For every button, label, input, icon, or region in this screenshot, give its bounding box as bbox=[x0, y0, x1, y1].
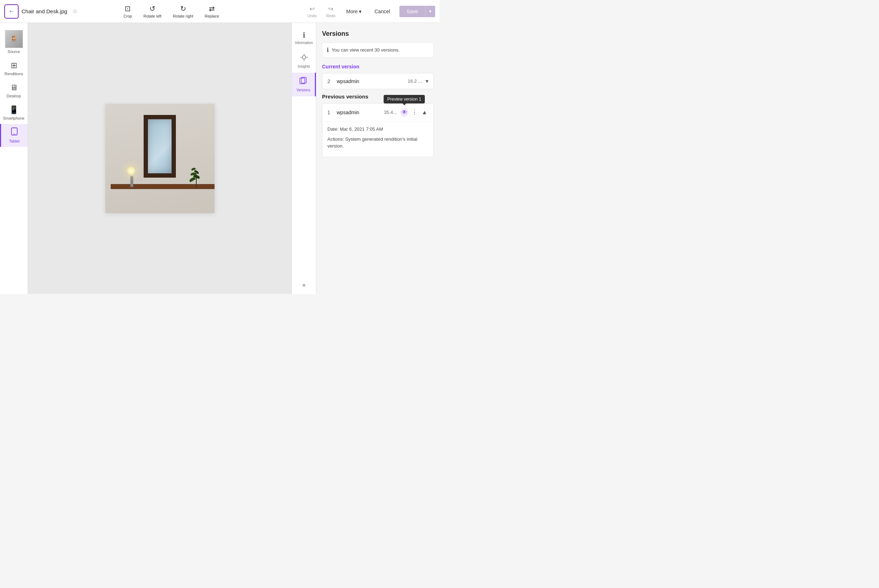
version-more-icon: ⋮ bbox=[411, 109, 417, 115]
save-dropdown-icon: ▾ bbox=[429, 9, 432, 14]
save-label: Save bbox=[406, 9, 418, 14]
rotate-left-label: Rotate left bbox=[143, 14, 161, 18]
crop-icon: ⊡ bbox=[124, 4, 131, 13]
version-1-card: 1 wpsadmin 35.4... 👁 Preview version 1 ⋮… bbox=[322, 103, 434, 157]
more-label: More bbox=[346, 9, 358, 14]
version-1-row: 1 wpsadmin 35.4... 👁 Preview version 1 ⋮… bbox=[322, 104, 434, 121]
save-button[interactable]: Save bbox=[399, 6, 425, 17]
crop-label: Crop bbox=[124, 14, 132, 18]
sidebar-item-tablet[interactable]: Tablet bbox=[0, 124, 28, 147]
redo-button[interactable]: ↪ Redo bbox=[322, 4, 339, 20]
versions-panel: Versions ℹ You can view recent 30 versio… bbox=[316, 23, 440, 294]
header-right: ↩ Undo ↪ Redo More ▾ Cancel Save ▾ bbox=[304, 4, 435, 20]
renditions-label: Renditions bbox=[4, 72, 23, 76]
sidebar-item-source[interactable]: 🪑 Source bbox=[0, 27, 28, 57]
header-tools: ⊡ Crop ↺ Rotate left ↻ Rotate right ⇄ Re… bbox=[118, 2, 224, 20]
save-dropdown-button[interactable]: ▾ bbox=[425, 6, 435, 17]
version-preview-icon: 👁 bbox=[402, 109, 407, 115]
crop-tool-button[interactable]: ⊡ Crop bbox=[118, 2, 137, 20]
file-title: Chair and Desk.jpg bbox=[21, 8, 68, 14]
sidebar-item-desktop[interactable]: 🖥 Desktop bbox=[0, 80, 28, 102]
tool-strip-bottom: » bbox=[292, 282, 316, 294]
mirror-scene bbox=[105, 104, 214, 213]
tool-strip-insights[interactable]: Insights bbox=[292, 49, 316, 73]
left-sidebar: 🪑 Source ⊞ Renditions 🖥 Desktop 📱 Smartp… bbox=[0, 23, 28, 294]
version-1-date: 35.4... bbox=[384, 110, 397, 115]
right-panel: ℹ Information Insights bbox=[292, 23, 440, 294]
tool-strip-versions[interactable]: Versions bbox=[292, 73, 316, 96]
information-icon: ℹ bbox=[303, 31, 306, 39]
information-label: Information bbox=[295, 41, 313, 45]
desktop-label: Desktop bbox=[6, 94, 21, 98]
more-button[interactable]: More ▾ bbox=[343, 6, 365, 16]
main-content: 🪑 Source ⊞ Renditions 🖥 Desktop 📱 Smartp… bbox=[0, 23, 440, 294]
current-version-user: wpsadmin bbox=[337, 78, 404, 84]
undo-redo-group: ↩ Undo ↪ Redo bbox=[304, 4, 339, 20]
smartphone-icon: 📱 bbox=[9, 105, 19, 115]
rotate-left-icon: ↺ bbox=[149, 4, 156, 13]
rotate-right-label: Rotate right bbox=[173, 14, 194, 18]
desktop-icon: 🖥 bbox=[10, 83, 18, 92]
more-chevron-icon: ▾ bbox=[359, 9, 362, 14]
sidebar-item-renditions[interactable]: ⊞ Renditions bbox=[0, 57, 28, 80]
version-1-more-button[interactable]: ⋮ bbox=[411, 108, 418, 117]
canvas-image bbox=[105, 104, 214, 213]
rotate-left-tool-button[interactable]: ↺ Rotate left bbox=[138, 2, 166, 20]
back-icon: ← bbox=[8, 8, 15, 15]
version-1-detail-actions: Actions: System generated rendition's in… bbox=[327, 136, 428, 150]
versions-icon bbox=[300, 77, 308, 87]
versions-info-text: You can view recent 30 versions. bbox=[332, 47, 400, 52]
insights-icon bbox=[300, 53, 308, 63]
version-1-icons: 👁 Preview version 1 ⋮ ▲ bbox=[400, 108, 428, 117]
canvas-area bbox=[28, 23, 292, 294]
header: ← Chair and Desk.jpg ☆ ⊡ Crop ↺ Rotate l… bbox=[0, 0, 440, 23]
source-label: Source bbox=[8, 50, 20, 54]
expand-button[interactable]: » bbox=[302, 282, 306, 288]
svg-rect-1 bbox=[14, 134, 15, 135]
undo-button[interactable]: ↩ Undo bbox=[304, 4, 320, 20]
replace-icon: ⇄ bbox=[209, 4, 215, 13]
version-1-num: 1 bbox=[327, 110, 333, 115]
current-version-title: Current version bbox=[322, 64, 434, 69]
current-version-card: 2 wpsadmin 16.2 ... ▾ bbox=[322, 73, 434, 89]
versions-info-bar: ℹ You can view recent 30 versions. bbox=[322, 43, 434, 57]
renditions-icon: ⊞ bbox=[11, 61, 17, 70]
tool-strip-information[interactable]: ℹ Information bbox=[292, 27, 316, 49]
back-button[interactable]: ← bbox=[4, 4, 19, 19]
source-thumbnail: 🪑 bbox=[5, 30, 23, 48]
smartphone-label: Smartphone bbox=[3, 116, 25, 120]
version-collapse-icon: ▲ bbox=[422, 109, 428, 115]
insights-label: Insights bbox=[298, 64, 310, 68]
tablet-icon bbox=[10, 128, 18, 138]
versions-info-icon: ℹ bbox=[327, 46, 329, 53]
version-1-user: wpsadmin bbox=[337, 110, 380, 115]
cancel-label: Cancel bbox=[374, 9, 390, 14]
cancel-button[interactable]: Cancel bbox=[369, 6, 396, 17]
star-icon[interactable]: ☆ bbox=[72, 8, 77, 15]
versions-label: Versions bbox=[297, 88, 310, 92]
version-1-preview-button[interactable]: 👁 bbox=[400, 108, 408, 117]
svg-point-2 bbox=[302, 56, 306, 59]
redo-icon: ↪ bbox=[328, 5, 333, 13]
version-1-collapse-button[interactable]: ▲ bbox=[420, 108, 428, 117]
tablet-label: Tablet bbox=[9, 139, 20, 143]
version-1-detail-date: Date: Mar 6, 2021 7:05 AM bbox=[327, 126, 428, 133]
version-1-detail: Date: Mar 6, 2021 7:05 AM Actions: Syste… bbox=[322, 121, 434, 157]
undo-label: Undo bbox=[308, 14, 316, 18]
preview-tooltip: Preview version 1 bbox=[384, 95, 425, 104]
sidebar-item-smartphone[interactable]: 📱 Smartphone bbox=[0, 102, 28, 124]
replace-label: Replace bbox=[205, 14, 219, 18]
expand-icon: » bbox=[302, 282, 306, 288]
canvas-image-wrapper bbox=[105, 104, 214, 213]
current-version-chevron[interactable]: ▾ bbox=[426, 78, 428, 84]
current-version-date: 16.2 ... bbox=[408, 78, 422, 84]
replace-tool-button[interactable]: ⇄ Replace bbox=[200, 2, 224, 20]
versions-panel-title: Versions bbox=[322, 30, 434, 38]
current-version-num: 2 bbox=[327, 78, 333, 84]
rotate-right-tool-button[interactable]: ↻ Rotate right bbox=[168, 2, 198, 20]
rotate-right-icon: ↻ bbox=[180, 4, 186, 13]
tool-strip: ℹ Information Insights bbox=[292, 23, 316, 294]
undo-icon: ↩ bbox=[309, 5, 315, 13]
redo-label: Redo bbox=[326, 14, 335, 18]
save-group: Save ▾ bbox=[399, 6, 435, 17]
